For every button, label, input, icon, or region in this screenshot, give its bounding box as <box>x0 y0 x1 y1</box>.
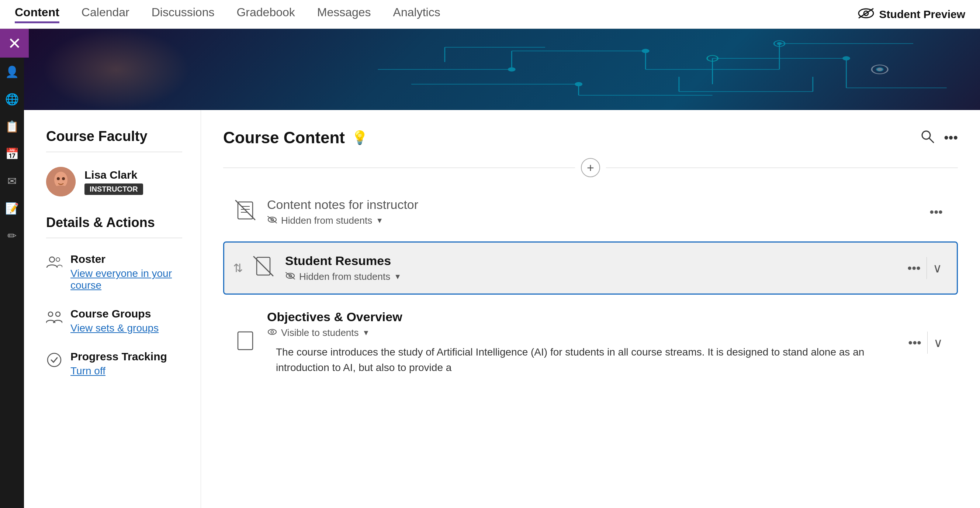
roster-label: Roster <box>70 253 182 265</box>
progress-details: Progress Tracking Turn off <box>70 350 167 377</box>
right-panel: Course Content 💡 ••• + <box>201 110 980 508</box>
objectives-collapse-button[interactable]: ∨ <box>927 332 949 354</box>
objectives-description: The course introduces the study of Artif… <box>267 345 902 375</box>
student-preview-button[interactable]: Student Preview <box>858 6 965 22</box>
actions-divider <box>46 238 182 238</box>
svg-point-36 <box>49 257 54 262</box>
course-faculty-title: Course Faculty <box>46 128 182 144</box>
resumes-details: Student Resumes Hidden from students ▼ <box>285 254 901 283</box>
progress-link[interactable]: Turn off <box>70 365 167 377</box>
add-content-button[interactable]: + <box>581 158 600 177</box>
eye-icon <box>858 6 874 22</box>
notes-name: Content notes for instructor <box>267 198 924 212</box>
resumes-visibility-text: Hidden from students <box>299 271 390 283</box>
sidebar-icon-profile[interactable]: 👤 <box>4 64 20 80</box>
instructor-badge: INSTRUCTOR <box>84 184 143 195</box>
objectives-visibility: Visible to students ▼ <box>267 327 902 339</box>
roster-icon <box>46 254 62 274</box>
tab-content[interactable]: Content <box>15 6 59 23</box>
action-course-groups: Course Groups View sets & groups <box>46 308 182 334</box>
tab-messages[interactable]: Messages <box>317 6 371 23</box>
groups-icon <box>46 309 62 329</box>
svg-line-47 <box>236 200 255 220</box>
sidebar-icon-global[interactable]: 🌐 <box>4 91 20 107</box>
content-item-notes: Content notes for instructor Hidden from… <box>223 186 958 238</box>
sidebar-icon-calendar[interactable]: 📅 <box>4 145 20 162</box>
svg-point-35 <box>62 177 65 180</box>
course-content-title: Course Content <box>223 128 345 147</box>
main-area: Course Faculty Lisa Clark INSTRUCTOR Det… <box>24 110 980 508</box>
notes-icon-wrap <box>232 199 258 225</box>
objectives-name: Objectives & Overview <box>267 310 902 324</box>
tab-gradebook[interactable]: Gradebook <box>236 6 295 23</box>
tab-discussions[interactable]: Discussions <box>151 6 215 23</box>
objectives-visibility-arrow[interactable]: ▼ <box>363 329 370 337</box>
resumes-actions: ••• ∨ <box>901 257 948 279</box>
student-preview-label: Student Preview <box>879 8 965 21</box>
notes-actions: ••• <box>924 201 949 223</box>
close-button[interactable]: ✕ <box>0 29 29 58</box>
details-actions-title: Details & Actions <box>46 215 182 230</box>
groups-details: Course Groups View sets & groups <box>70 308 159 334</box>
svg-point-18 <box>642 49 649 53</box>
notes-more-button[interactable]: ••• <box>924 201 949 223</box>
notes-visibility-arrow[interactable]: ▼ <box>376 216 383 225</box>
svg-point-21 <box>575 82 582 86</box>
objectives-visibility-text: Visible to students <box>281 327 359 339</box>
add-line-right <box>606 168 958 168</box>
svg-point-39 <box>56 312 60 316</box>
tab-analytics[interactable]: Analytics <box>393 6 441 23</box>
svg-line-42 <box>929 138 934 142</box>
resumes-icon <box>253 256 274 281</box>
roster-link[interactable]: View everyone in your course <box>70 268 182 291</box>
svg-point-34 <box>57 177 60 180</box>
hidden-icon <box>267 215 277 226</box>
groups-link[interactable]: View sets & groups <box>70 322 159 334</box>
svg-rect-56 <box>238 332 253 350</box>
search-button[interactable] <box>920 129 934 147</box>
resumes-visibility: Hidden from students ▼ <box>285 271 901 283</box>
tab-calendar[interactable]: Calendar <box>81 6 129 23</box>
avatar <box>46 167 76 196</box>
hero-banner <box>24 29 980 110</box>
add-line: + <box>223 158 958 177</box>
sidebar-icon-messages[interactable]: ✉ <box>4 173 20 189</box>
hero-overlay <box>24 29 980 110</box>
left-sidebar: 🏛 👤 🌐 📋 📅 ✉ 📝 ✏ <box>0 29 24 508</box>
content-item-objectives: Objectives & Overview Visible to student… <box>223 298 958 387</box>
sidebar-icon-reports[interactable]: 📝 <box>4 200 20 216</box>
svg-point-58 <box>271 331 274 333</box>
svg-point-17 <box>508 67 515 71</box>
notes-details: Content notes for instructor Hidden from… <box>267 198 924 226</box>
lightbulb-icon: 💡 <box>352 130 368 145</box>
svg-point-57 <box>268 329 276 334</box>
objectives-more-button[interactable]: ••• <box>902 332 927 354</box>
progress-label: Progress Tracking <box>70 350 167 363</box>
resumes-visibility-arrow[interactable]: ▼ <box>394 272 401 281</box>
sidebar-icon-courses[interactable]: 📋 <box>4 118 20 134</box>
action-roster: Roster View everyone in your course <box>46 253 182 291</box>
drag-handle-icon[interactable]: ⇅ <box>233 261 243 275</box>
content-item-resumes: ⇅ Student Resumes <box>223 241 958 295</box>
progress-icon <box>46 352 62 371</box>
more-options-header-button[interactable]: ••• <box>944 130 958 145</box>
objectives-details: Objectives & Overview Visible to student… <box>267 310 902 375</box>
add-line-left <box>223 168 575 168</box>
header-actions: ••• <box>920 129 958 147</box>
svg-point-20 <box>777 42 781 45</box>
objectives-icon-wrap <box>232 330 258 356</box>
action-progress-tracking: Progress Tracking Turn off <box>46 350 182 377</box>
notes-icon <box>235 200 256 224</box>
sidebar-icon-edit[interactable]: ✏ <box>4 227 20 244</box>
svg-point-40 <box>48 353 61 367</box>
resumes-collapse-button[interactable]: ∨ <box>926 257 948 279</box>
groups-label: Course Groups <box>70 308 159 320</box>
objectives-actions: ••• ∨ <box>902 332 949 354</box>
resumes-more-button[interactable]: ••• <box>901 257 926 279</box>
left-panel: Course Faculty Lisa Clark INSTRUCTOR Det… <box>24 110 201 508</box>
svg-point-37 <box>56 258 60 261</box>
notes-visibility: Hidden from students ▼ <box>267 215 924 226</box>
hero-face <box>42 29 190 110</box>
svg-point-23 <box>843 56 850 60</box>
svg-point-25 <box>877 67 883 71</box>
